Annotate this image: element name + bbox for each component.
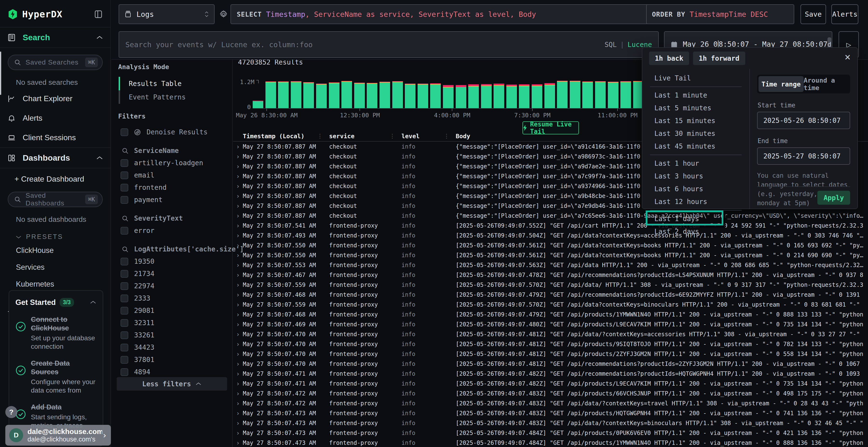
- alerts-button[interactable]: Alerts: [831, 4, 858, 24]
- sidebar-collapse-icon[interactable]: [94, 9, 103, 19]
- table-row[interactable]: ›May 27 8:50:07.493 AMfrontend-proxyinfo…: [233, 231, 868, 240]
- quick-range-last-3-hours[interactable]: Last 3 hours: [642, 170, 749, 182]
- table-row[interactable]: ›May 27 8:50:07.470 AMfrontend-proxyinfo…: [233, 359, 868, 369]
- row-expand-icon[interactable]: ›: [233, 202, 243, 209]
- filter-checkbox[interactable]: [121, 282, 128, 290]
- histogram-bar[interactable]: [595, 81, 606, 108]
- row-expand-icon[interactable]: ›: [233, 439, 243, 447]
- table-row[interactable]: ›May 27 8:50:07.473 AMfrontend-proxyinfo…: [233, 418, 868, 428]
- row-expand-icon[interactable]: ›: [233, 163, 243, 170]
- mode-results-table[interactable]: Results Table: [119, 77, 227, 90]
- end-time-input[interactable]: 2025-05-27 08:50:07: [757, 147, 850, 165]
- histogram-bar[interactable]: [608, 82, 618, 108]
- quick-range-live-tail[interactable]: Live Tail: [642, 72, 749, 84]
- histogram-bar[interactable]: [266, 81, 276, 108]
- histogram-bar[interactable]: [468, 84, 479, 108]
- row-expand-icon[interactable]: ›: [233, 360, 243, 368]
- row-expand-icon[interactable]: ›: [233, 429, 243, 437]
- histogram-bar[interactable]: [620, 81, 631, 108]
- filter-option[interactable]: email: [121, 171, 227, 179]
- filter-checkbox[interactable]: [121, 270, 128, 278]
- histogram-bar[interactable]: [545, 83, 555, 108]
- table-row[interactable]: ›May 27 8:50:07.550 AMfrontend-proxyinfo…: [233, 240, 868, 250]
- table-row[interactable]: ›May 27 8:50:07.470 AMfrontend-proxyinfo…: [233, 329, 868, 339]
- histogram-bar[interactable]: [278, 81, 289, 108]
- histogram-bar[interactable]: [379, 82, 390, 108]
- histogram-bar[interactable]: [417, 83, 428, 108]
- histogram-bar[interactable]: [291, 81, 301, 108]
- row-expand-icon[interactable]: ›: [233, 271, 243, 279]
- filter-checkbox[interactable]: [121, 332, 128, 339]
- histogram-bar[interactable]: [443, 85, 454, 108]
- table-row[interactable]: ›May 27 8:50:07.553 AMfrontend-proxyinfo…: [233, 260, 868, 270]
- filter-option[interactable]: 29081: [121, 307, 227, 314]
- table-row[interactable]: ›May 27 8:50:07.472 AMfrontend-proxyinfo…: [233, 388, 868, 398]
- histogram-bar[interactable]: [354, 82, 365, 108]
- histogram-bar[interactable]: [532, 84, 542, 108]
- sidebar-item-chart-explorer[interactable]: Chart Explorer: [0, 89, 111, 108]
- row-expand-icon[interactable]: ›: [233, 370, 243, 377]
- table-row[interactable]: ›May 27 8:50:07.469 AMfrontend-proxyinfo…: [233, 319, 868, 329]
- histogram-bar[interactable]: [481, 84, 492, 108]
- row-expand-icon[interactable]: ›: [233, 400, 243, 407]
- sidebar-preset-clickhouse[interactable]: ClickHouse: [0, 242, 111, 259]
- histogram-bar[interactable]: [557, 81, 567, 108]
- lucene-search-input[interactable]: Search your events w/ Lucene ex. column:…: [119, 31, 659, 58]
- col-timestamp[interactable]: Timestamp (Local)⋮: [243, 133, 329, 140]
- row-expand-icon[interactable]: ›: [233, 153, 243, 160]
- filter-option[interactable]: 19350: [121, 257, 227, 265]
- mode-event-patterns[interactable]: Event Patterns: [119, 90, 227, 104]
- mode-sql-toggle[interactable]: SQL: [604, 41, 617, 49]
- filter-checkbox[interactable]: [121, 258, 128, 265]
- filter-checkbox[interactable]: [121, 227, 128, 235]
- filter-group-header[interactable]: SeverityText: [122, 214, 227, 222]
- table-row[interactable]: ›May 27 8:50:07.470 AMfrontend-proxyinfo…: [233, 349, 868, 359]
- filter-option[interactable]: 21734: [121, 270, 227, 278]
- histogram-bar[interactable]: [329, 82, 340, 108]
- source-settings-gear-icon[interactable]: [219, 10, 228, 19]
- histogram-bar[interactable]: [570, 81, 580, 108]
- row-expand-icon[interactable]: ›: [233, 242, 243, 249]
- histogram-bar[interactable]: [506, 84, 517, 108]
- histogram-bar[interactable]: [456, 85, 466, 108]
- sidebar-item-client-sessions[interactable]: Client Sessions: [0, 128, 111, 147]
- denoise-checkbox[interactable]: [121, 128, 128, 136]
- row-expand-icon[interactable]: ›: [233, 321, 243, 328]
- tab-time-range[interactable]: Time range: [758, 76, 804, 92]
- filter-option[interactable]: error: [121, 227, 227, 235]
- row-expand-icon[interactable]: ›: [233, 262, 243, 269]
- col-service[interactable]: service⋮: [329, 133, 401, 140]
- quick-range-last-2-days[interactable]: Last 2 days: [642, 225, 749, 238]
- quick-range-last-15-minutes[interactable]: Last 15 minutes: [642, 114, 749, 127]
- get-started-item[interactable]: Connect to ClickHouseSet up your databas…: [16, 315, 96, 351]
- table-row[interactable]: ›May 27 8:50:07.473 AMfrontend-proxyinfo…: [233, 438, 868, 447]
- sidebar-scrollbar[interactable]: [0, 51, 1, 95]
- quick-range-last-6-hours[interactable]: Last 6 hours: [642, 182, 749, 195]
- quick-range-last-12-hours[interactable]: Last 12 hours: [642, 195, 749, 208]
- quick-range-last-1-hour[interactable]: Last 1 hour: [642, 157, 749, 170]
- filter-group-header[interactable]: LogAttributes['cache.size']: [122, 245, 227, 253]
- histogram-bar[interactable]: [494, 83, 504, 108]
- less-filters-button[interactable]: Less filters: [117, 377, 227, 391]
- histogram-bar[interactable]: [341, 81, 352, 108]
- sidebar-section-dashboards[interactable]: Dashboards: [0, 147, 111, 168]
- quick-range-last-1-days[interactable]: Last 1 days: [642, 212, 749, 225]
- histogram-bar[interactable]: [392, 81, 403, 108]
- user-menu[interactable]: D dale@clickhouse.com dale@clickhouse.co…: [5, 425, 111, 446]
- histogram-bar[interactable]: [253, 101, 263, 108]
- filter-option[interactable]: 4894: [121, 368, 227, 376]
- table-row[interactable]: ›May 27 8:50:07.473 AMfrontend-proxyinfo…: [233, 408, 868, 418]
- filter-checkbox[interactable]: [121, 307, 128, 314]
- histogram-bar[interactable]: [582, 81, 593, 108]
- filter-checkbox[interactable]: [121, 319, 128, 327]
- save-button[interactable]: Save: [801, 4, 826, 24]
- histogram-bar[interactable]: [519, 84, 529, 108]
- histogram-bar[interactable]: [303, 82, 314, 108]
- table-row[interactable]: ›May 27 8:50:07.468 AMfrontend-proxyinfo…: [233, 290, 868, 300]
- sidebar-preset-services[interactable]: Services: [0, 259, 111, 276]
- start-time-input[interactable]: 2025-05-26 08:50:07: [757, 112, 850, 129]
- filter-checkbox[interactable]: [121, 171, 128, 179]
- filter-option[interactable]: artillery-loadgen: [121, 159, 227, 167]
- filter-option[interactable]: payment: [121, 196, 227, 204]
- row-expand-icon[interactable]: ›: [233, 252, 243, 259]
